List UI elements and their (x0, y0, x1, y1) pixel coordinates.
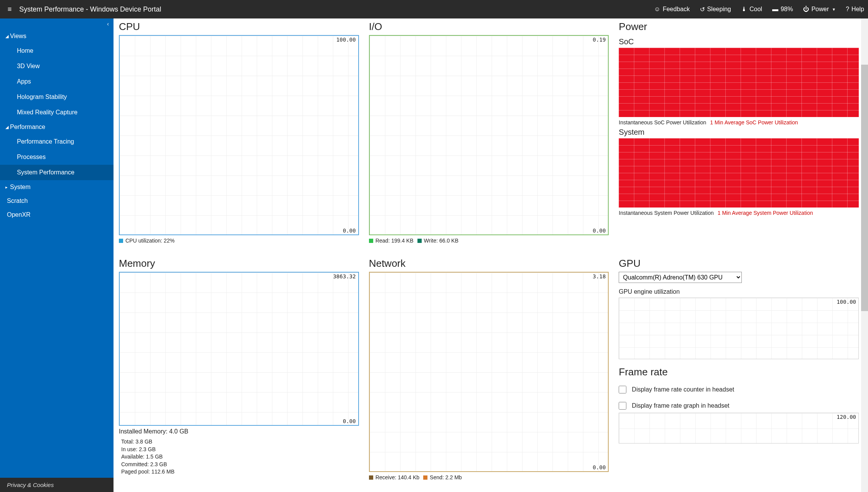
framerate-chart: 120.00 (619, 413, 859, 443)
sidebar-item-3d-view[interactable]: 3D View (0, 59, 114, 74)
sidebar-item-home[interactable]: Home (0, 43, 114, 59)
network-min: 0.00 (593, 464, 606, 470)
soc-inst-legend: Instantaneous SoC Power Utilization (619, 119, 706, 126)
memory-legend-entry: Paged pool: 112.6 MB (119, 468, 359, 476)
sidebar-item-scratch[interactable]: Scratch (0, 194, 114, 208)
installed-memory: Installed Memory: 4.0 GB (119, 428, 359, 435)
page-title: System Performance - Windows Device Port… (19, 5, 161, 13)
power-title: Power (619, 21, 859, 33)
network-chart: 3.18 0.00 (369, 272, 609, 472)
framerate-max: 120.00 (836, 414, 856, 420)
io-title: I/O (369, 21, 609, 33)
feedback-button[interactable]: ☺Feedback (654, 6, 690, 13)
battery-status[interactable]: ▬98% (772, 6, 793, 13)
soc-chart (619, 48, 859, 117)
memory-legend: Total: 3.8 GBIn use: 2.3 GBAvailable: 1.… (119, 438, 359, 476)
cpu-title: CPU (119, 21, 359, 33)
io-write-legend: Write: 66.0 KB (417, 238, 459, 244)
gpu-select[interactable]: Qualcomm(R) Adreno(TM) 630 GPU (619, 272, 742, 283)
cpu-min: 0.00 (343, 228, 356, 234)
memory-max: 3863.32 (333, 273, 356, 279)
triangle-down-icon: ◢ (5, 34, 10, 39)
gpu-engine-label: GPU engine utilization (619, 288, 859, 295)
memory-panel: Memory 3863.32 0.00 Installed Memory: 4.… (116, 255, 366, 492)
cpu-chart: 100.00 0.00 (119, 35, 359, 235)
sidebar-group-system[interactable]: ▸System (0, 180, 114, 194)
sidebar-group-performance[interactable]: ◢Performance (0, 120, 114, 134)
gpu-panel: GPU Qualcomm(R) Adreno(TM) 630 GPU GPU e… (616, 255, 866, 492)
memory-legend-entry: Available: 1.5 GB (119, 453, 359, 461)
gpu-chart: 100.00 (619, 298, 859, 359)
memory-legend-entry: Committed: 2.3 GB (119, 461, 359, 469)
triangle-right-icon: ▸ (5, 185, 10, 190)
soc-avg-legend: 1 Min Average SoC Power Utilization (710, 119, 798, 126)
sidebar-item-mixed-reality-capture[interactable]: Mixed Reality Capture (0, 105, 114, 120)
sleep-status[interactable]: ↺Sleeping (700, 6, 731, 13)
sidebar-item-hologram-stability[interactable]: Hologram Stability (0, 89, 114, 105)
smile-icon: ☺ (654, 6, 660, 13)
sidebar-item-apps[interactable]: Apps (0, 74, 114, 89)
triangle-down-icon: ◢ (5, 125, 10, 130)
io-chart: 0.19 0.00 (369, 35, 609, 235)
sidebar-item-processes[interactable]: Processes (0, 149, 114, 165)
io-read-legend: Read: 199.4 KB (369, 238, 414, 244)
gpu-max: 100.00 (836, 299, 856, 305)
system-subtitle: System (619, 128, 859, 137)
memory-title: Memory (119, 258, 359, 269)
power-menu[interactable]: ⏻Power▼ (803, 6, 836, 13)
sidebar-item-performance-tracing[interactable]: Performance Tracing (0, 134, 114, 149)
scrollbar-thumb[interactable] (861, 65, 868, 311)
framerate-graph-input[interactable] (619, 402, 626, 410)
power-icon: ⏻ (803, 6, 809, 13)
memory-legend-entry: Total: 3.8 GB (119, 438, 359, 446)
sidebar: ‹ ◢Views Home 3D View Apps Hologram Stab… (0, 18, 114, 492)
network-recv-legend: Receive: 140.4 Kb (369, 474, 419, 480)
chevron-down-icon: ▼ (832, 7, 836, 12)
io-min: 0.00 (593, 228, 606, 234)
framerate-title: Frame rate (619, 366, 859, 378)
history-icon: ↺ (700, 6, 705, 13)
framerate-graph-checkbox[interactable]: Display frame rate graph in headset (619, 402, 859, 410)
sidebar-item-openxr[interactable]: OpenXR (0, 208, 114, 222)
framerate-counter-input[interactable] (619, 386, 626, 393)
collapse-sidebar-button[interactable]: ‹ (0, 18, 114, 29)
privacy-link[interactable]: Privacy & Cookies (0, 478, 114, 492)
gpu-title: GPU (619, 258, 859, 269)
cpu-legend: CPU utilization: 22% (119, 238, 175, 244)
sidebar-item-system-performance[interactable]: System Performance (0, 165, 114, 180)
network-send-legend: Send: 2.2 Mb (423, 474, 462, 480)
memory-chart: 3863.32 0.00 (119, 272, 359, 426)
network-panel: Network 3.18 0.00 Receive: 140.4 Kb Send… (366, 255, 616, 492)
main-content: CPU 100.00 0.00 CPU utilization: 22% I/O (114, 18, 868, 492)
network-title: Network (369, 258, 609, 269)
soc-subtitle: SoC (619, 37, 859, 46)
menu-icon[interactable]: ≡ (4, 5, 15, 13)
io-max: 0.19 (593, 37, 606, 43)
sys-avg-legend: 1 Min Average System Power Utilization (718, 210, 813, 216)
thermal-status[interactable]: 🌡Cool (741, 6, 762, 13)
power-panel: Power SoC Instantaneous SoC Power Utiliz… (616, 18, 866, 255)
cpu-panel: CPU 100.00 0.00 CPU utilization: 22% (116, 18, 366, 255)
system-power-chart (619, 138, 859, 208)
question-icon: ? (846, 6, 849, 13)
cpu-max: 100.00 (336, 37, 356, 43)
memory-min: 0.00 (343, 418, 356, 424)
network-max: 3.18 (593, 273, 606, 279)
battery-icon: ▬ (772, 6, 778, 13)
thermometer-icon: 🌡 (741, 6, 747, 13)
sidebar-group-views[interactable]: ◢Views (0, 29, 114, 43)
framerate-counter-checkbox[interactable]: Display frame rate counter in headset (619, 386, 859, 393)
topbar: ≡ System Performance - Windows Device Po… (0, 0, 868, 18)
sys-inst-legend: Instantaneous System Power Utilization (619, 210, 714, 216)
help-button[interactable]: ?Help (846, 6, 864, 13)
io-panel: I/O 0.19 0.00 Read: 199.4 KB Write: 66.0… (366, 18, 616, 255)
memory-legend-entry: In use: 2.3 GB (119, 446, 359, 454)
